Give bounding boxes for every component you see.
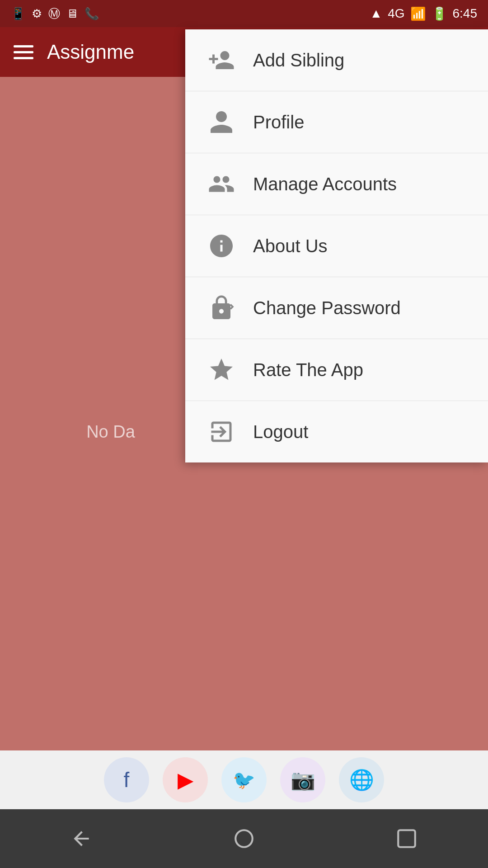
svg-rect-1 [398,830,415,847]
menu-item-manage-accounts[interactable]: Manage Accounts [185,153,488,215]
facebook-icon: f [124,768,130,792]
signal-icon: 📶 [410,6,426,21]
settings-icon: ⚙ [32,7,42,21]
youtube-icon: ▶ [178,768,193,792]
status-bar: 📱 ⚙ Ⓜ 🖥 📞 ▲ 4G 📶 🔋 6:45 [0,0,488,27]
phone-icon: 📞 [84,7,99,21]
menu-item-profile[interactable]: Profile [185,91,488,153]
logout-icon [203,414,239,450]
rate-app-label: Rate The App [253,360,363,380]
wifi-icon: ▲ [370,6,382,21]
status-icons-left: 📱 ⚙ Ⓜ 🖥 📞 [11,6,99,22]
info-icon [203,228,239,264]
instagram-icon: 📷 [291,768,315,792]
recents-button[interactable] [395,827,418,850]
back-button[interactable] [70,827,93,850]
network-label: 4G [388,6,404,21]
person-icon [203,104,239,140]
menu-item-about-us[interactable]: About Us [185,215,488,277]
menu-item-add-sibling[interactable]: Add Sibling [185,29,488,91]
change-password-label: Change Password [253,298,401,318]
no-data-label: No Da [86,422,135,442]
sim-icon: 📱 [11,7,25,21]
cast-icon: 🖥 [66,7,78,21]
group-icon [203,166,239,202]
add-sibling-icon [203,42,239,78]
facebook-button[interactable]: f [104,757,149,802]
twitter-icon: 🐦 [233,769,255,791]
motorola-icon: Ⓜ [48,6,60,22]
home-button[interactable] [233,827,255,850]
svg-point-0 [235,830,253,847]
app-title: Assignme [47,41,134,63]
time-display: 6:45 [453,6,478,21]
hamburger-menu-button[interactable] [14,45,33,59]
logout-label: Logout [253,422,308,442]
menu-item-logout[interactable]: Logout [185,401,488,462]
nav-bar [0,809,488,868]
dropdown-menu: Add Sibling Profile Manage Accounts Abou… [185,29,488,462]
status-icons-right: ▲ 4G 📶 🔋 6:45 [370,6,477,21]
battery-icon: 🔋 [432,6,447,21]
star-icon [203,352,239,388]
youtube-button[interactable]: ▶ [163,757,208,802]
menu-item-rate-app[interactable]: Rate The App [185,339,488,401]
menu-item-change-password[interactable]: Change Password [185,277,488,339]
about-us-label: About Us [253,236,328,256]
add-sibling-label: Add Sibling [253,50,344,71]
website-button[interactable]: 🌐 [339,757,384,802]
profile-label: Profile [253,112,304,132]
twitter-button[interactable]: 🐦 [221,757,267,802]
social-bar: f ▶ 🐦 📷 🌐 [0,750,488,809]
lock-key-icon [203,290,239,326]
web-icon: 🌐 [349,768,374,792]
manage-accounts-label: Manage Accounts [253,174,397,194]
instagram-button[interactable]: 📷 [280,757,325,802]
